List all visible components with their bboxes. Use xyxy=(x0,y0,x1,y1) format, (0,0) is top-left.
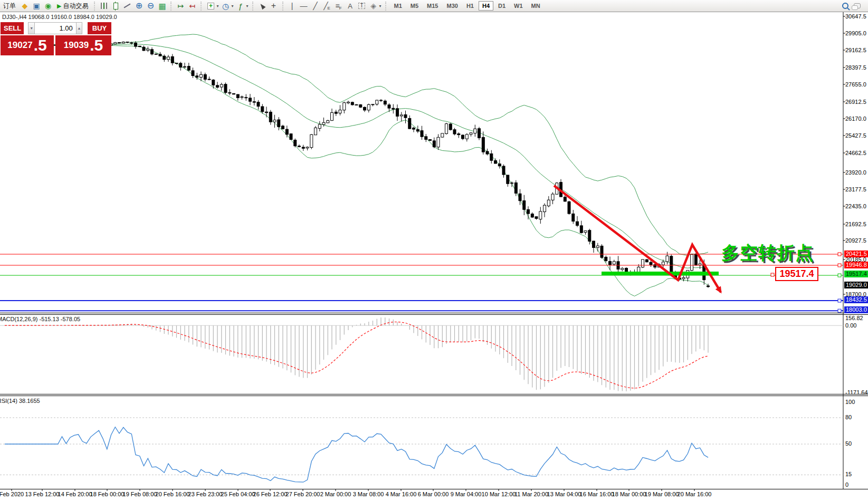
indicator-axis-label: 50 xyxy=(845,440,852,447)
price-axis-label: 21692.5 xyxy=(845,221,866,227)
time-axis-label: 11 Mar 20:00 xyxy=(514,491,548,497)
price-axis-label: 27655.0 xyxy=(845,81,866,88)
period-clock-icon[interactable]: ◷ xyxy=(221,1,230,11)
time-axis-label: 9 Mar 04:00 xyxy=(451,491,482,497)
time-axis-label: 18 Feb 00:00 xyxy=(90,491,125,497)
time-axis-label: 13 Mar 04:00 xyxy=(547,491,581,497)
autotrade-label: 自动交易 xyxy=(63,2,88,11)
indicators-dropdown-icon[interactable]: ▾ xyxy=(246,4,249,8)
tile-windows-icon[interactable]: ▦ xyxy=(157,1,167,11)
price-level-annotation-label[interactable]: 19517.4 xyxy=(775,267,818,281)
price-axis-label: 24662.5 xyxy=(845,150,866,156)
time-axis-label: 14 Feb 20:00 xyxy=(58,491,92,497)
price-tag-18432.5: 18432.5 xyxy=(844,296,868,303)
candlestick-chart-icon[interactable] xyxy=(111,1,120,11)
zoom-out-icon[interactable]: ⊖ xyxy=(146,1,155,11)
buy-price-main: 19039 xyxy=(64,40,89,51)
timeframe-button-H4[interactable]: H4 xyxy=(479,1,493,11)
toolbar: 订单 ◆ ▣ ◉ ▶ 自动交易 ⊕ ⊖ ▦ ↦ ↤ + ▾ ◷ ▾ ƒ ▾ + … xyxy=(0,0,868,12)
timeframe-button-M5[interactable]: M5 xyxy=(407,1,422,11)
line-chart-icon[interactable] xyxy=(122,1,132,11)
volume-increase-button[interactable]: ▲ xyxy=(76,22,82,34)
chat-icon[interactable] xyxy=(852,1,862,11)
time-axis-label: 26 Feb 12:00 xyxy=(253,491,288,497)
price-tag-20421.5: 20421.5 xyxy=(844,250,868,257)
sell-price-main: 19027 xyxy=(7,40,32,51)
time-axis-label: 20 Feb 16:00 xyxy=(156,491,190,497)
text-label-tool-icon[interactable]: T xyxy=(357,1,367,11)
price-axis-label: 23920.0 xyxy=(845,169,866,176)
timeframe-button-M1[interactable]: M1 xyxy=(390,1,406,11)
horizontal-line-tool-icon[interactable]: — xyxy=(299,1,309,11)
indicator-axis-label: 15 xyxy=(845,471,852,477)
price-axis-label: 29905.0 xyxy=(845,30,866,36)
volume-decrease-button[interactable]: ▼ xyxy=(28,22,34,34)
signals-icon[interactable]: ◉ xyxy=(43,1,53,11)
sell-button[interactable]: SELL xyxy=(1,22,24,34)
time-axis-label: 2 Mar 00:00 xyxy=(320,491,351,497)
timeframe-button-W1[interactable]: W1 xyxy=(510,1,527,11)
time-axis-label: 16 Mar 16:00 xyxy=(580,491,614,497)
annotation-anchor-square[interactable] xyxy=(771,273,774,276)
timeframe-button-D1[interactable]: D1 xyxy=(494,1,509,11)
text-tool-icon[interactable]: A xyxy=(346,1,355,11)
fibonacci-tool-icon[interactable]: ≡F xyxy=(334,1,344,11)
timeframe-button-M30[interactable]: M30 xyxy=(443,1,462,11)
chart-shift-icon[interactable]: ↤ xyxy=(187,1,197,11)
time-axis-label: 13 Feb 12:00 xyxy=(25,491,60,497)
channel-tool-icon[interactable]: ╱E xyxy=(322,1,332,11)
time-axis-label: 25 Feb 04:00 xyxy=(221,491,255,497)
indicator-axis-label: 156.82 xyxy=(845,315,863,321)
indicator-axis-label: 0.00 xyxy=(845,322,856,329)
auto-scroll-icon[interactable]: ↦ xyxy=(176,1,185,11)
rsi-indicator-label: RSI(14) 38.1655 xyxy=(0,398,40,404)
timeframe-button-MN[interactable]: MN xyxy=(528,1,544,11)
time-axis-label: 19 Mar 08:00 xyxy=(645,491,679,497)
macd-indicator-label: MACD(12,26,9) -515.13 -578.05 xyxy=(0,316,80,322)
buy-button[interactable]: BUY xyxy=(88,22,111,34)
price-axis-label: 29162.5 xyxy=(845,47,866,53)
timeframe-button-M15[interactable]: M15 xyxy=(423,1,442,11)
price-axis-label: 23177.5 xyxy=(845,186,866,192)
price-axis-label: 30647.5 xyxy=(845,13,866,20)
one-click-trading-panel: SELL ▼ ▲ BUY 19027 .5 19039 .5 xyxy=(1,22,111,55)
bar-chart-icon[interactable] xyxy=(99,1,109,11)
volume-input[interactable] xyxy=(35,22,76,34)
autotrade-button[interactable]: ▶ 自动交易 xyxy=(55,1,90,11)
time-axis-label: 6 Mar 00:00 xyxy=(418,491,449,497)
new-chart-icon[interactable]: + xyxy=(206,1,215,11)
toolbar-separator xyxy=(282,2,284,11)
toolbar-separator xyxy=(252,2,254,11)
vertical-line-tool-icon[interactable]: | xyxy=(288,1,297,11)
buy-price-fraction: .5 xyxy=(90,37,103,53)
timeframe-button-H1[interactable]: H1 xyxy=(463,1,478,11)
time-axis-label: Feb 2020 xyxy=(0,491,24,497)
indicator-axis-label: 0 xyxy=(845,481,848,488)
time-axis-label: 20 Mar 16:00 xyxy=(678,491,712,497)
sell-price-fraction: .5 xyxy=(34,37,47,53)
search-icon[interactable] xyxy=(841,1,850,11)
support-highlight-bar[interactable] xyxy=(602,272,719,275)
market-watch-icon[interactable]: ▣ xyxy=(32,1,41,11)
cursor-icon[interactable] xyxy=(257,1,267,11)
time-axis-label: 10 Mar 12:00 xyxy=(482,491,516,497)
autotrade-play-icon: ▶ xyxy=(57,3,61,9)
turning-point-annotation-text[interactable]: 多空转折点 xyxy=(721,241,814,265)
shapes-tool-icon[interactable]: ◈ xyxy=(369,1,378,11)
period-dropdown-icon[interactable]: ▾ xyxy=(231,4,233,8)
trading-app-window: 订单 ◆ ▣ ◉ ▶ 自动交易 ⊕ ⊖ ▦ ↦ ↤ + ▾ ◷ ▾ ƒ ▾ + … xyxy=(0,0,868,501)
trendline-tool-icon[interactable]: ╱ xyxy=(311,1,320,11)
time-axis-label: 23 Feb 23:00 xyxy=(188,491,223,497)
zoom-in-icon[interactable]: ⊕ xyxy=(134,1,144,11)
buy-price[interactable]: 19039 .5 xyxy=(55,35,111,55)
crosshair-icon[interactable]: + xyxy=(269,1,279,11)
price-tag-18003.0: 18003.0 xyxy=(844,306,868,313)
time-axis-label: 3 Mar 08:00 xyxy=(353,491,384,497)
new-chart-dropdown-icon[interactable]: ▾ xyxy=(216,4,218,8)
indicators-icon[interactable]: ƒ xyxy=(236,1,245,11)
price-axis-label: 25427.5 xyxy=(845,132,866,139)
shapes-dropdown-icon[interactable]: ▾ xyxy=(379,4,381,8)
sell-price[interactable]: 19027 .5 xyxy=(1,35,54,55)
new-order-icon[interactable]: ◆ xyxy=(20,1,30,11)
new-order-button[interactable]: 订单 xyxy=(1,1,18,11)
